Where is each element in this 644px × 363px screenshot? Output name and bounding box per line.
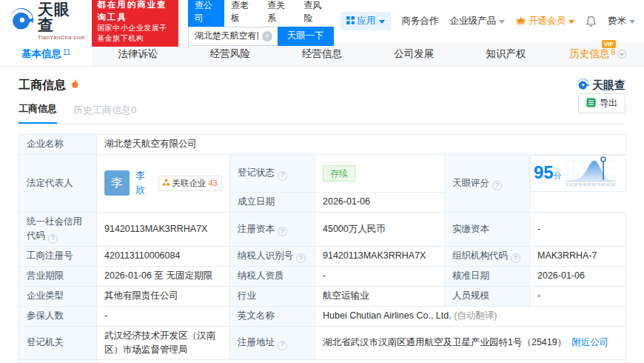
industry-value: 航空运输业 <box>315 286 445 306</box>
score-unit: 分 <box>554 171 562 180</box>
main-content: 工商信息 天眼查 工商信息 历史工商信息0 <box>0 78 644 363</box>
apps-grid-icon <box>346 16 355 27</box>
open-vip-label: 开通会员 <box>529 15 566 27</box>
help-icon[interactable]: ? <box>511 253 520 263</box>
taxpayer-quality-label: 纳税人资质 <box>230 266 315 286</box>
search-tab-risk[interactable]: 查风险 <box>297 0 333 27</box>
tab-label: 法律诉讼 <box>118 47 158 61</box>
enterprise-products-menu[interactable]: 企业级产品 <box>450 15 506 27</box>
approval-date-value: 2026-01-06 <box>530 266 626 286</box>
apps-menu[interactable]: 应用 <box>341 12 391 30</box>
notification-bell-icon[interactable] <box>586 16 597 27</box>
search-tab-company[interactable]: 查公司 <box>188 0 224 27</box>
help-icon[interactable]: ? <box>278 227 287 236</box>
chevron-down-icon <box>379 20 385 24</box>
apps-label: 应用 <box>358 15 376 27</box>
tab-label: 经营风险 <box>210 47 250 61</box>
tab-operation-risk[interactable]: 经营风险 <box>184 42 276 66</box>
search-block: 查公司 查老板 查关系 查风险 × 天眼一下 <box>188 0 334 46</box>
chevron-down-icon <box>499 20 505 24</box>
search-tabs: 查公司 查老板 查关系 查风险 <box>188 0 334 27</box>
tianyancha-watermark: 天眼查 <box>577 79 625 93</box>
watermark-text: 天眼查 <box>592 79 625 93</box>
section-title: 工商信息 <box>19 78 66 93</box>
insured-label: 参保人数 <box>19 306 97 326</box>
promo-banner: 都在用的商业查询工具 国家中小企业发展子基金旗下机构 <box>92 0 178 47</box>
chevron-down-icon <box>568 20 574 24</box>
tab-intellectual-property[interactable]: 知识产权 <box>460 42 551 66</box>
nearby-companies-link[interactable]: 附近公司 <box>571 337 608 347</box>
export-label: 导出 <box>600 97 617 110</box>
table-row: 法定代表人 李 李欣 关联企业 43 <box>19 155 626 193</box>
taxpayer-quality-value: - <box>315 266 445 286</box>
score-value: 95 <box>534 162 554 182</box>
username: 费米 <box>608 15 626 27</box>
help-icon[interactable]: ? <box>492 181 502 190</box>
company-nav-tabs: 基本信息 11 法律诉讼 经营风险 经营信息 公司发展 知识产权 历史信息 VI… <box>0 42 644 67</box>
reg-address-label: 注册地址? <box>230 326 315 360</box>
help-icon[interactable]: ? <box>48 234 58 244</box>
business-term-value: 2026-01-06 至 无固定期限 <box>97 266 230 286</box>
user-menu[interactable]: 费米 <box>608 15 635 27</box>
tab-operation-info[interactable]: 经营信息 <box>276 42 368 66</box>
open-vip-menu[interactable]: 开通会员 <box>516 15 574 27</box>
reg-number-value: 420113110006084 <box>97 246 230 266</box>
paid-capital-label: 实缴资本 <box>445 212 530 246</box>
tyc-score-cell[interactable]: 95分 <box>530 155 626 192</box>
status-badge: 存续 <box>323 165 355 182</box>
tyc-score-label: 天眼评分? <box>445 155 530 213</box>
help-icon[interactable]: ? <box>278 341 287 350</box>
reg-status-label: 登记状态? <box>230 155 315 193</box>
top-bar: 天眼查 TianYanCha.com 都在用的商业查询工具 国家中小企业发展子基… <box>0 0 644 42</box>
export-button[interactable]: 导出 <box>578 93 625 113</box>
auto-translate-note: (自动翻译) <box>454 310 497 321</box>
table-row: 经营范围? 许可项目：通用航空服务,民用航空器维修,商业非运输、私用大型航空器运… <box>19 360 626 363</box>
company-type-value: 其他有限责任公司 <box>97 286 230 306</box>
legal-rep-label: 法定代表人 <box>19 155 97 213</box>
help-icon[interactable]: ? <box>278 171 287 181</box>
business-cooperation-link[interactable]: 商务合作 <box>402 15 439 27</box>
table-row: 统一社会信用代码? 91420113MAK3RRHA7X 注册资本? 45000… <box>19 212 626 246</box>
org-code-label: 组织机构代码? <box>445 246 530 266</box>
related-companies-badge[interactable]: 关联企业 43 <box>158 176 222 192</box>
org-code-value: MAK3RRHA-7 <box>530 246 626 266</box>
clear-icon[interactable]: × <box>262 31 272 41</box>
business-scope-value: 许可项目：通用航空服务,民用航空器维修,商业非运输、私用大型航空器运营人、航空器… <box>97 360 626 363</box>
related-label: 关联企业 <box>172 177 206 190</box>
approval-date-label: 核准日期 <box>445 266 530 286</box>
establish-date-value: 2026-01-06 <box>315 192 445 212</box>
tianyancha-logo[interactable]: 天眼查 TianYanCha.com <box>9 1 85 41</box>
tab-label: 经营信息 <box>302 47 342 61</box>
reg-capital-label: 注册资本? <box>230 212 315 246</box>
legal-rep-cell: 李 李欣 关联企业 43 <box>97 155 230 213</box>
legal-rep-avatar[interactable]: 李 <box>104 170 130 196</box>
insured-value: - <box>97 306 230 326</box>
enterprise-products-label: 企业级产品 <box>450 15 497 27</box>
company-name-value: 湖北楚天航空有限公司 <box>97 135 626 155</box>
credit-code-label: 统一社会信用代码? <box>19 212 97 246</box>
logo-domain-text: TianYanCha.com <box>38 34 85 41</box>
logo-text: 天眼查 <box>38 1 85 33</box>
chevron-down-circle-icon <box>617 50 626 59</box>
tab-history-info[interactable]: 历史信息 VIP 6 <box>552 42 644 66</box>
search-tab-relation[interactable]: 查关系 <box>261 0 297 27</box>
taxpayer-id-label: 纳税人识别号? <box>230 246 315 266</box>
related-count: 43 <box>208 177 218 190</box>
search-tab-boss[interactable]: 查老板 <box>224 0 261 27</box>
industry-label: 行业 <box>230 286 315 306</box>
table-row: 企业类型 其他有限责任公司 行业 航空运输业 人员规模 - <box>19 286 626 306</box>
subtab-history-business-info[interactable]: 历史工商信息0 <box>73 104 136 124</box>
legal-rep-name-link[interactable]: 李欣 <box>135 168 152 198</box>
score-curve-chart: 0 10 20 30 40 50 60 70 80 90 100 <box>565 156 615 191</box>
company-name-label: 企业名称 <box>19 135 97 155</box>
tianyancha-watermark-icon <box>577 79 589 93</box>
tab-legal-proceedings[interactable]: 法律诉讼 <box>92 42 184 66</box>
crown-icon <box>516 16 526 27</box>
subtab-business-info[interactable]: 工商信息 <box>19 102 57 124</box>
table-row: 营业期限 2026-01-06 至 无固定期限 纳税人资质 - 核准日期 202… <box>19 266 626 286</box>
business-scope-label: 经营范围? <box>19 360 97 363</box>
promo-line2: 国家中小企业发展子基金旗下机构 <box>97 23 173 44</box>
tab-company-development[interactable]: 公司发展 <box>368 42 460 66</box>
help-icon[interactable]: ? <box>296 253 306 263</box>
tab-basic-info[interactable]: 基本信息 11 <box>0 42 92 66</box>
